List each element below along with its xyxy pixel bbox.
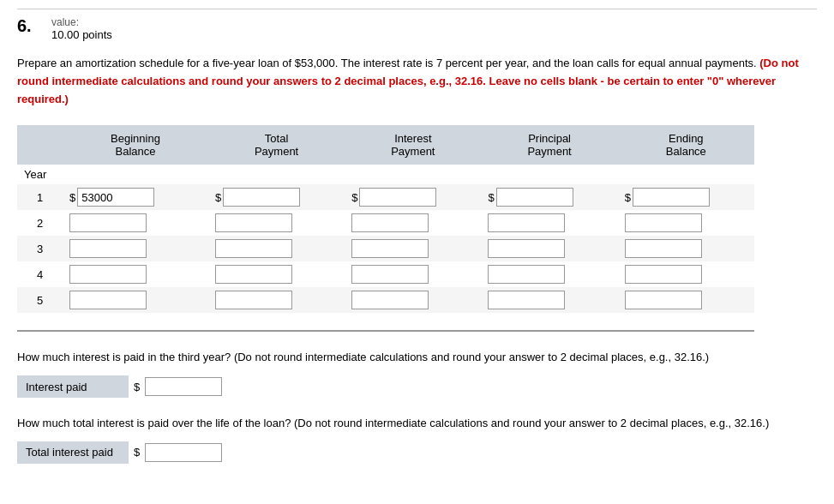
prompt-text: Prepare an amortization schedule for a f… bbox=[17, 57, 759, 69]
year-label: Year bbox=[17, 165, 63, 184]
total-payment-header: TotalPayment bbox=[208, 125, 345, 165]
table-row: 5 bbox=[17, 287, 754, 313]
table-row: 4 bbox=[17, 261, 754, 287]
interest-payment-1: $ bbox=[345, 184, 481, 210]
total-payment-input-5[interactable] bbox=[215, 291, 292, 309]
ending-balance-1: $ bbox=[618, 184, 754, 210]
year-header bbox=[17, 125, 63, 165]
beginning-balance-input-2[interactable] bbox=[69, 213, 147, 232]
year-3: 3 bbox=[17, 236, 63, 261]
beginning-balance-input-5[interactable] bbox=[69, 291, 147, 309]
principal-payment-input-3[interactable] bbox=[488, 239, 565, 258]
interest-payment-input-4[interactable] bbox=[351, 265, 429, 284]
interest-paid-dollar: $ bbox=[134, 381, 140, 393]
ending-balance-input-4[interactable] bbox=[625, 265, 702, 284]
interest-payment-input-2[interactable] bbox=[351, 213, 429, 232]
question-meta: value: 10.00 points bbox=[51, 16, 112, 41]
interest-question-part1: How much interest is paid in the third y… bbox=[17, 351, 234, 363]
points: 10.00 points bbox=[51, 28, 112, 41]
amortization-table: BeginningBalance TotalPayment InterestPa… bbox=[17, 125, 754, 313]
ending-balance-header: EndingBalance bbox=[618, 125, 754, 165]
dollar-sign-tp1: $ bbox=[215, 191, 221, 204]
interest-question-bold: (Do not round intermediate calculations … bbox=[234, 351, 709, 363]
prompt: Prepare an amortization schedule for a f… bbox=[17, 55, 817, 108]
ending-balance-input-2[interactable] bbox=[625, 213, 702, 232]
dollar-sign-bb1: $ bbox=[69, 191, 75, 204]
question-header: 6. value: 10.00 points bbox=[17, 9, 817, 41]
interest-payment-input-5[interactable] bbox=[351, 291, 429, 309]
interest-paid-input[interactable] bbox=[145, 377, 222, 396]
ending-balance-input-1[interactable] bbox=[633, 188, 710, 207]
dollar-sign-ip1: $ bbox=[351, 191, 357, 204]
beginning-balance-input-1[interactable] bbox=[77, 188, 154, 207]
interest-question-text: How much interest is paid in the third y… bbox=[17, 349, 817, 367]
principal-payment-input-2[interactable] bbox=[488, 213, 565, 232]
amortization-table-wrapper: BeginningBalance TotalPayment InterestPa… bbox=[17, 125, 817, 332]
dollar-sign-pp1: $ bbox=[488, 191, 494, 204]
total-payment-1: $ bbox=[208, 184, 345, 210]
year-2: 2 bbox=[17, 210, 63, 236]
total-interest-question-bold: (Do not round intermediate calculations … bbox=[294, 417, 769, 429]
principal-payment-input-4[interactable] bbox=[488, 265, 565, 284]
year-5: 5 bbox=[17, 287, 63, 313]
principal-payment-1: $ bbox=[481, 184, 617, 210]
principal-payment-input-5[interactable] bbox=[488, 291, 565, 309]
ending-balance-input-5[interactable] bbox=[625, 291, 702, 309]
question-number: 6. bbox=[17, 16, 43, 36]
total-payment-input-3[interactable] bbox=[215, 239, 292, 258]
total-payment-input-4[interactable] bbox=[215, 265, 292, 284]
table-bottom-border bbox=[17, 330, 754, 332]
table-row: 2 bbox=[17, 210, 754, 236]
principal-payment-header: PrincipalPayment bbox=[481, 125, 617, 165]
interest-paid-section: How much interest is paid in the third y… bbox=[17, 349, 817, 398]
value-label: value: bbox=[51, 16, 112, 28]
total-interest-paid-input[interactable] bbox=[145, 443, 222, 462]
total-interest-paid-label: Total interest paid bbox=[17, 441, 129, 464]
total-payment-input-1[interactable] bbox=[223, 188, 300, 207]
interest-paid-row: Interest paid $ bbox=[17, 375, 817, 398]
table-row: 3 bbox=[17, 236, 754, 261]
ending-balance-input-3[interactable] bbox=[625, 239, 702, 258]
year-1: 1 bbox=[17, 184, 63, 210]
total-payment-input-2[interactable] bbox=[215, 213, 292, 232]
interest-paid-label: Interest paid bbox=[17, 375, 129, 398]
beginning-balance-header: BeginningBalance bbox=[63, 125, 208, 165]
beginning-balance-1: $ bbox=[63, 184, 208, 210]
year-label-row: Year bbox=[17, 165, 754, 184]
dollar-sign-eb1: $ bbox=[625, 191, 631, 204]
interest-payment-header: InterestPayment bbox=[345, 125, 481, 165]
total-interest-section: How much total interest is paid over the… bbox=[17, 415, 817, 464]
beginning-balance-input-4[interactable] bbox=[69, 265, 147, 284]
total-interest-paid-row: Total interest paid $ bbox=[17, 441, 817, 464]
year-4: 4 bbox=[17, 261, 63, 287]
beginning-balance-input-3[interactable] bbox=[69, 239, 147, 258]
total-interest-paid-dollar: $ bbox=[134, 446, 140, 459]
total-interest-question-part1: How much total interest is paid over the… bbox=[17, 417, 294, 429]
principal-payment-input-1[interactable] bbox=[496, 188, 573, 207]
total-interest-question-text: How much total interest is paid over the… bbox=[17, 415, 817, 433]
interest-payment-input-1[interactable] bbox=[359, 188, 436, 207]
interest-payment-input-3[interactable] bbox=[351, 239, 429, 258]
table-row: 1 $ $ $ bbox=[17, 184, 754, 210]
